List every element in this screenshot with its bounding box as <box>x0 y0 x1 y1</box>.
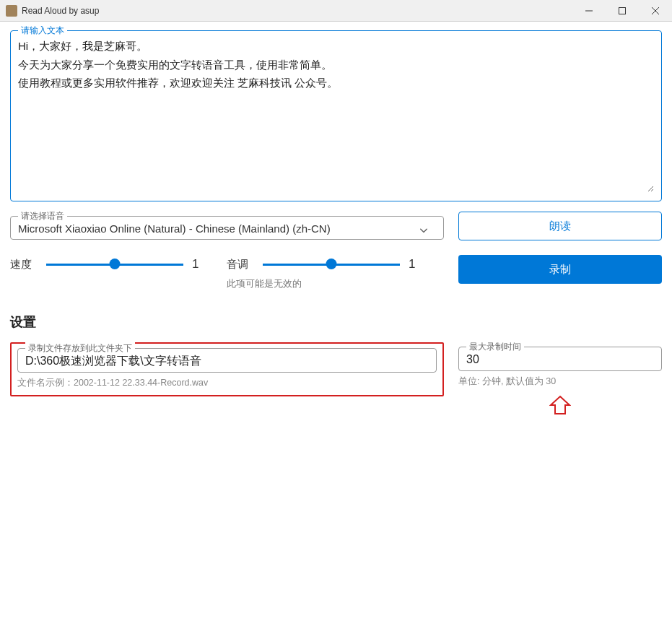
maxtime-legend: 最大录制时间 <box>466 341 524 353</box>
maxtime-helper: 单位: 分钟, 默认值为 30 <box>458 375 662 388</box>
folder-helper: 文件名示例：2002-11-12 22.33.44-Record.wav <box>17 377 437 389</box>
record-button[interactable]: 录制 <box>458 255 662 284</box>
pitch-label: 音调 <box>227 258 254 272</box>
voice-select-value: Microsoft Xiaoxiao Online (Natural) - Ch… <box>18 222 331 235</box>
minimize-icon <box>585 7 593 14</box>
pitch-note: 此项可能是无效的 <box>227 277 422 290</box>
record-button-label: 录制 <box>549 263 571 277</box>
folder-input[interactable] <box>25 353 429 369</box>
folder-legend: 录制文件存放到此文件夹下 <box>25 342 135 355</box>
maxtime-input[interactable] <box>466 352 654 368</box>
close-icon <box>652 7 659 14</box>
maximize-icon <box>619 7 626 14</box>
speed-label: 速度 <box>10 258 38 272</box>
minimize-button[interactable] <box>572 0 606 22</box>
voice-select-group: 请选择语音 Microsoft Xiaoxiao Online (Natural… <box>10 216 444 240</box>
chevron-down-icon <box>420 222 427 235</box>
read-button[interactable]: 朗读 <box>458 212 662 240</box>
voice-select[interactable]: Microsoft Xiaoxiao Online (Natural) - Ch… <box>18 221 436 236</box>
settings-title: 设置 <box>10 313 662 331</box>
titlebar: Read Aloud by asup <box>0 0 672 22</box>
maximize-button[interactable] <box>606 0 639 22</box>
text-input[interactable] <box>18 37 654 192</box>
speed-slider[interactable] <box>46 257 183 272</box>
read-button-label: 朗读 <box>549 220 571 233</box>
pitch-slider[interactable] <box>263 257 400 272</box>
up-arrow-icon <box>549 395 571 418</box>
pitch-value: 1 <box>409 257 422 272</box>
speed-value: 1 <box>192 257 205 272</box>
text-input-group: 请输入文本 <box>10 30 662 201</box>
window-title: Read Aloud by asup <box>22 6 572 16</box>
app-icon <box>6 5 17 17</box>
folder-highlight-box: 录制文件存放到此文件夹下 文件名示例：2002-11-12 22.33.44-R… <box>10 342 444 396</box>
close-button[interactable] <box>639 0 672 22</box>
text-input-legend: 请输入文本 <box>18 25 67 37</box>
maxtime-input-group: 最大录制时间 <box>458 347 662 371</box>
svg-rect-1 <box>619 7 626 14</box>
folder-input-group: 录制文件存放到此文件夹下 <box>17 348 437 373</box>
